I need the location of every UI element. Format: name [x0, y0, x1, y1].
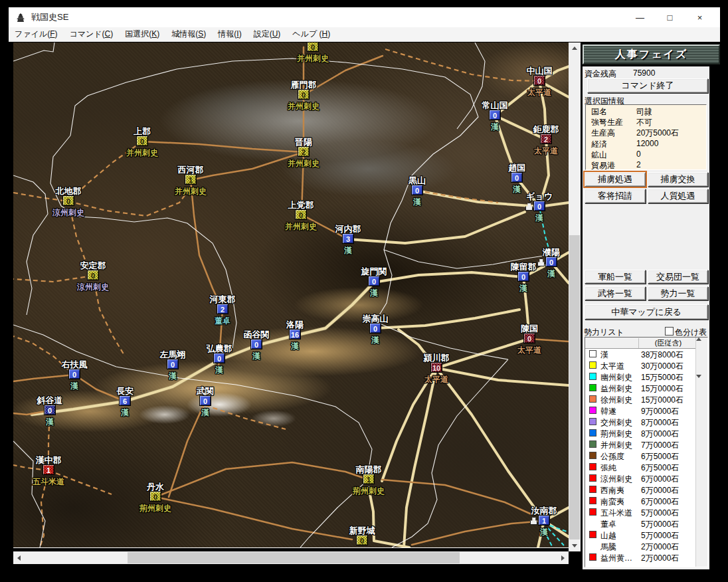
- city-marker-濮陽[interactable]: 0: [545, 256, 557, 267]
- scroll-down-button[interactable]: [569, 540, 581, 551]
- faction-row[interactable]: 交州刺史8万0000石: [585, 417, 697, 428]
- city-marker-河東郡[interactable]: 2: [217, 304, 228, 314]
- end-command-button[interactable]: コマンド終了: [587, 78, 708, 93]
- faction-row[interactable]: 幽州刺史15万5000石: [585, 371, 697, 383]
- city-faction: 并州刺史: [288, 101, 319, 112]
- faction-row[interactable]: 并州刺史7万0000石: [585, 439, 697, 450]
- city-marker-晋陽[interactable]: 2: [298, 146, 310, 157]
- faction-row[interactable]: 西南夷6万0000石: [585, 484, 697, 496]
- faction-name: 韓遂: [600, 406, 616, 417]
- power-list-scrollbar[interactable]: [695, 338, 707, 567]
- city-marker-趙国[interactable]: 0: [511, 172, 523, 183]
- city-marker-常山国[interactable]: 0: [489, 110, 501, 120]
- city-faction: 漢: [535, 213, 543, 224]
- city-marker-函谷関[interactable]: 0: [250, 339, 262, 349]
- city-marker-弘農郡[interactable]: 0: [213, 353, 225, 363]
- city-marker-西河郡[interactable]: 1: [185, 174, 197, 185]
- faction-row[interactable]: 荊州刺史8万0000石: [585, 428, 697, 439]
- country-info-row: 生産高20万5000石: [586, 126, 706, 137]
- faction-row[interactable]: 董卓5万0000石: [585, 518, 697, 530]
- list-button-2[interactable]: 交易団一覧: [648, 270, 708, 284]
- city-marker-河内郡[interactable]: 3: [342, 233, 354, 244]
- list-scroll-up-button[interactable]: [696, 338, 707, 348]
- city-marker-丹水[interactable]: 0: [149, 491, 161, 502]
- city-marker-中山国[interactable]: 0: [533, 75, 545, 86]
- city-marker-雁門郡[interactable]: 0: [298, 89, 310, 100]
- faction-row[interactable]: 馬騰2万0000石: [585, 541, 697, 552]
- back-to-china-map-button[interactable]: 中華マップに戻る: [585, 304, 708, 320]
- city-marker-陳留郡[interactable]: 0: [517, 271, 529, 282]
- list-button-3[interactable]: 武将一覧: [585, 286, 646, 300]
- city-marker-旋門関[interactable]: 0: [368, 276, 380, 286]
- menu-item[interactable]: ファイル(F): [9, 29, 63, 40]
- faction-row[interactable]: 公孫度6万5000石: [585, 450, 697, 462]
- action-button-3[interactable]: 客将招請: [585, 189, 646, 203]
- list-scroll-down-button[interactable]: [696, 375, 707, 385]
- city-marker-新野城[interactable]: 0: [356, 535, 368, 545]
- city-marker-南陽郡[interactable]: 1: [363, 474, 375, 484]
- scroll-right-button[interactable]: [557, 551, 569, 564]
- list-button-1[interactable]: 軍船一覧: [585, 270, 646, 284]
- faction-name: 山越: [600, 530, 616, 541]
- city-marker-ギョウ[interactable]: 0: [533, 201, 545, 211]
- maximize-button[interactable]: □: [655, 7, 685, 27]
- city-marker-安定郡[interactable]: 0: [87, 270, 99, 280]
- city-marker-黒山[interactable]: 0: [411, 185, 423, 195]
- faction-row[interactable]: 太平道30万0000石: [585, 360, 697, 371]
- city-marker-長安[interactable]: 6: [119, 395, 131, 406]
- horizontal-scroll-thumb[interactable]: [128, 552, 460, 563]
- menu-item[interactable]: 情報(I): [212, 29, 247, 40]
- color-toggle-checkbox[interactable]: [665, 327, 674, 336]
- faction-row[interactable]: 山越5万0000石: [585, 530, 697, 541]
- menu-item[interactable]: 城情報(S): [165, 29, 212, 40]
- faction-row[interactable]: 五斗米道5万0000石: [585, 507, 697, 518]
- faction-value: 8万0000石: [641, 429, 679, 440]
- city-marker-武関[interactable]: 0: [199, 395, 211, 406]
- city-marker-左馬翊[interactable]: 0: [167, 359, 179, 369]
- power-list[interactable]: (臣従含) 漢38万8000石太平道30万0000石幽州刺史15万5000石益州…: [585, 337, 708, 567]
- city-marker-北地郡[interactable]: 0: [62, 195, 74, 206]
- city-marker-潁川郡[interactable]: 10: [430, 362, 442, 373]
- faction-row[interactable]: 南蛮夷6万0000石: [585, 496, 697, 507]
- city-marker-汝南郡[interactable]: 1: [538, 515, 550, 526]
- map[interactable]: 0并州刺史雁門郡0并州刺史中山国0太平道常山国0漢鉅鹿郡2太平道上郡0并州刺史晋…: [13, 43, 569, 548]
- vertical-scroll-thumb[interactable]: [569, 235, 580, 539]
- faction-color-swatch: [589, 384, 596, 391]
- faction-row[interactable]: 徐州刺史15万0000石: [585, 394, 697, 405]
- action-button-1[interactable]: 捕虜処遇: [585, 172, 646, 187]
- faction-name: 南蛮夷: [600, 496, 624, 508]
- scroll-up-button[interactable]: [569, 43, 581, 54]
- menu-item[interactable]: 設定(U): [248, 29, 287, 40]
- city-marker-右扶風[interactable]: 0: [68, 369, 80, 379]
- faction-row[interactable]: 益州刺史15万0000石: [585, 383, 697, 394]
- side-panel: 資金残高 75900 コマンド終了 選択国情報 国名司隷強弩生産不可生産高20万…: [583, 66, 709, 569]
- city-marker-漢中郡[interactable]: 1: [43, 464, 54, 475]
- city-marker-崇高山[interactable]: 0: [369, 323, 381, 334]
- faction-color-swatch: [589, 407, 596, 414]
- city-marker-斜谷道[interactable]: 0: [44, 405, 56, 415]
- faction-row[interactable]: 涼州刺史6万0000石: [585, 473, 697, 484]
- list-button-4[interactable]: 勢力一覧: [648, 286, 708, 300]
- map-vertical-scrollbar[interactable]: [569, 43, 581, 551]
- city-marker-上郡[interactable]: 0: [136, 136, 148, 146]
- city-marker-洛陽[interactable]: 16: [289, 329, 301, 340]
- list-scroll-thumb[interactable]: [696, 348, 706, 375]
- faction-row[interactable]: 張純6万5000石: [585, 462, 697, 473]
- menu-item[interactable]: ヘルプ (H): [286, 29, 336, 40]
- menu-item[interactable]: コマンド(C): [63, 29, 119, 40]
- city-marker-陳国[interactable]: 0: [523, 333, 535, 343]
- map-horizontal-scrollbar[interactable]: [13, 551, 569, 564]
- faction-row[interactable]: 韓遂9万0000石: [585, 405, 697, 417]
- city-marker-鉅鹿郡[interactable]: 2: [540, 134, 552, 144]
- faction-row[interactable]: 益州黄…2万0000石: [585, 552, 697, 563]
- minimize-button[interactable]: —: [625, 7, 655, 27]
- city-marker-上党郡[interactable]: 0: [295, 209, 307, 220]
- faction-color-swatch: [589, 553, 596, 561]
- close-button[interactable]: ×: [685, 7, 715, 27]
- city-marker-edge[interactable]: 0: [307, 43, 319, 52]
- menu-item[interactable]: 国選択(K): [119, 29, 165, 40]
- scroll-left-button[interactable]: [13, 551, 25, 564]
- action-button-2[interactable]: 捕虜交換: [648, 172, 708, 187]
- faction-row[interactable]: 漢38万8000石: [585, 349, 697, 360]
- action-button-4[interactable]: 人質処遇: [648, 189, 708, 203]
